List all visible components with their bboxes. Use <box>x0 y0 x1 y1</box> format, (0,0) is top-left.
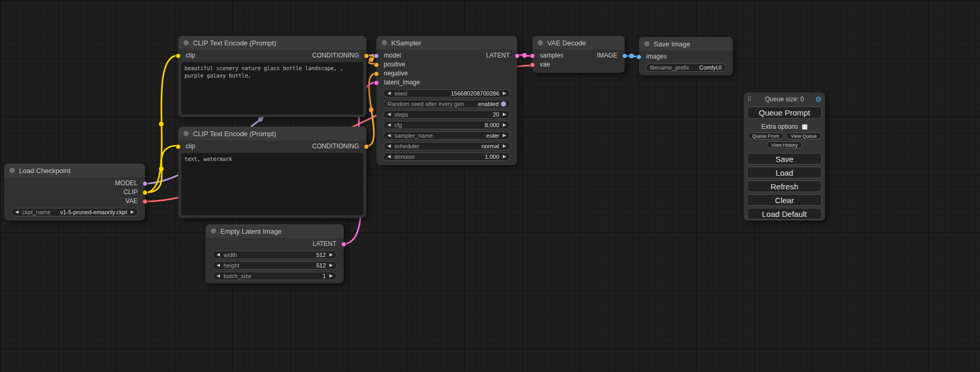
arrow-left-icon[interactable]: ◀ <box>387 121 394 129</box>
clear-button[interactable]: Clear <box>747 194 822 206</box>
height-widget[interactable]: ◀ height 512 ▶ <box>212 261 337 270</box>
toggle-knob[interactable] <box>501 101 506 107</box>
input-label-clip: clip <box>186 142 195 151</box>
input-slot-positive[interactable] <box>374 62 379 68</box>
node-title-bar[interactable]: KSampler <box>376 36 517 50</box>
input-slot-samples[interactable] <box>530 53 535 59</box>
queue-front-button[interactable]: Queue Front <box>748 132 784 139</box>
arrow-left-icon[interactable]: ◀ <box>387 142 394 150</box>
node-load-checkpoint[interactable]: Load Checkpoint MODEL CLIP VAE ◀ ckpt_na… <box>4 164 145 221</box>
widget-value: enabled <box>478 101 499 107</box>
arrow-right-icon[interactable]: ▶ <box>499 90 506 97</box>
arrow-right-icon[interactable]: ▶ <box>127 208 134 216</box>
input-slot-clip[interactable] <box>176 53 181 59</box>
output-slot-vae[interactable] <box>142 199 148 204</box>
input-slot-images[interactable] <box>636 54 642 60</box>
arrow-left-icon[interactable]: ◀ <box>217 262 224 269</box>
arrow-right-icon[interactable]: ▶ <box>499 132 506 139</box>
node-title-bar[interactable]: Load Checkpoint <box>4 164 145 177</box>
view-queue-button[interactable]: View Queue <box>786 132 821 139</box>
queue-menu-panel[interactable]: ⠿ Queue size: 0 ⚙ Queue Prompt Extra opt… <box>744 92 825 221</box>
arrow-right-icon[interactable]: ▶ <box>326 251 333 259</box>
cfg-widget[interactable]: ◀ cfg 8.000 ▶ <box>383 121 510 129</box>
ckpt-name-widget[interactable]: ◀ ckpt_name v1-5-pruned-emaonly.ckpt ▶ <box>11 208 138 216</box>
arrow-right-icon[interactable]: ▶ <box>499 153 506 160</box>
arrow-left-icon[interactable]: ◀ <box>387 90 394 97</box>
arrow-left-icon[interactable]: ◀ <box>217 272 224 280</box>
width-widget[interactable]: ◀ width 512 ▶ <box>212 251 337 259</box>
arrow-right-icon[interactable]: ▶ <box>326 262 333 269</box>
load-button[interactable]: Load <box>747 167 822 178</box>
sampler-name-widget[interactable]: ◀ sampler_name euler ▶ <box>383 131 510 140</box>
node-title: VAE Decode <box>547 39 586 47</box>
wire-midpoint-clip-2 <box>159 167 164 171</box>
node-collapse-dot[interactable] <box>9 168 15 173</box>
arrow-left-icon[interactable]: ◀ <box>387 153 394 160</box>
prompt-textarea[interactable]: text, watermark <box>181 153 363 215</box>
output-slot-image[interactable] <box>622 53 627 59</box>
batch-size-widget[interactable]: ◀ batch_size 1 ▶ <box>212 272 337 280</box>
seed-widget[interactable]: ◀ seed 156680208700286 ▶ <box>383 89 510 98</box>
slot-row: images <box>639 52 733 61</box>
output-label-latent: LATENT <box>313 240 336 247</box>
extra-options-label: Extra options <box>761 123 798 130</box>
output-slot-row: VAE <box>4 197 145 206</box>
steps-widget[interactable]: ◀ steps 20 ▶ <box>383 110 510 119</box>
input-slot-latent-image[interactable] <box>374 80 379 85</box>
wire-midpoint-clip-1 <box>159 122 164 127</box>
output-slot-latent[interactable] <box>515 53 520 59</box>
node-title-bar[interactable]: Save Image <box>639 37 733 51</box>
extra-options-checkbox[interactable] <box>802 124 808 130</box>
output-slot-conditioning[interactable] <box>364 53 369 59</box>
view-history-button[interactable]: View History <box>766 141 802 148</box>
save-button[interactable]: Save <box>747 153 822 165</box>
prompt-textarea[interactable]: beautiful scenery nature glass bottle la… <box>181 62 363 115</box>
random-seed-toggle-widget[interactable]: Random seed after every gen enabled <box>383 100 510 108</box>
node-collapse-dot[interactable] <box>382 40 387 45</box>
arrow-right-icon[interactable]: ▶ <box>499 142 506 150</box>
filename-prefix-widget[interactable]: filename_prefix ComfyUI <box>646 63 726 72</box>
node-save-image[interactable]: Save Image images filename_prefix ComfyU… <box>639 37 733 75</box>
input-slot-clip[interactable] <box>176 144 181 149</box>
output-slot-conditioning[interactable] <box>364 144 369 149</box>
output-slot-model[interactable] <box>142 181 148 186</box>
arrow-right-icon[interactable]: ▶ <box>499 121 506 129</box>
input-slot-negative[interactable] <box>374 71 379 77</box>
extra-options-row: Extra options <box>747 123 822 130</box>
input-label-positive: positive <box>384 61 405 68</box>
queue-prompt-button[interactable]: Queue Prompt <box>747 107 822 119</box>
node-empty-latent-image[interactable]: Empty Latent Image LATENT ◀ width 512 ▶ … <box>206 224 344 283</box>
node-collapse-dot[interactable] <box>644 41 649 46</box>
load-default-button[interactable]: Load Default <box>747 208 822 220</box>
arrow-left-icon[interactable]: ◀ <box>217 251 224 259</box>
refresh-button[interactable]: Refresh <box>747 180 822 192</box>
node-collapse-dot[interactable] <box>538 40 543 45</box>
node-clip-text-encode-negative[interactable]: CLIP Text Encode (Prompt) clip CONDITION… <box>178 127 366 218</box>
node-collapse-dot[interactable] <box>183 40 189 45</box>
output-slot-latent[interactable] <box>341 242 346 247</box>
output-slot-clip[interactable] <box>142 190 148 195</box>
arrow-left-icon[interactable]: ◀ <box>15 208 22 216</box>
settings-gear-icon[interactable]: ⚙ <box>813 95 822 103</box>
node-clip-text-encode-positive[interactable]: CLIP Text Encode (Prompt) clip CONDITION… <box>178 36 366 117</box>
arrow-left-icon[interactable]: ◀ <box>387 111 394 118</box>
node-title-bar[interactable]: CLIP Text Encode (Prompt) <box>178 127 366 140</box>
node-title-bar[interactable]: Empty Latent Image <box>206 224 344 238</box>
input-slot-model[interactable] <box>374 53 379 59</box>
node-collapse-dot[interactable] <box>183 131 189 136</box>
arrow-right-icon[interactable]: ▶ <box>326 272 333 280</box>
node-graph-canvas[interactable]: Load Checkpoint MODEL CLIP VAE ◀ ckpt_na… <box>0 0 980 372</box>
node-ksampler[interactable]: KSampler model LATENT positive negative … <box>376 36 517 165</box>
denoise-widget[interactable]: ◀ denoise 1.000 ▶ <box>383 152 510 161</box>
node-vae-decode[interactable]: VAE Decode samples IMAGE vae <box>532 36 625 73</box>
output-label-clip: CLIP <box>123 188 138 196</box>
scheduler-widget[interactable]: ◀ scheduler normal ▶ <box>383 142 510 150</box>
arrow-left-icon[interactable]: ◀ <box>387 132 394 139</box>
node-collapse-dot[interactable] <box>211 228 216 234</box>
drag-handle-icon[interactable]: ⠿ <box>747 96 755 103</box>
input-slot-vae[interactable] <box>530 62 535 68</box>
node-title-bar[interactable]: VAE Decode <box>532 36 625 50</box>
node-title-bar[interactable]: CLIP Text Encode (Prompt) <box>178 36 366 50</box>
widget-value: euler <box>487 132 499 139</box>
arrow-right-icon[interactable]: ▶ <box>499 111 506 118</box>
